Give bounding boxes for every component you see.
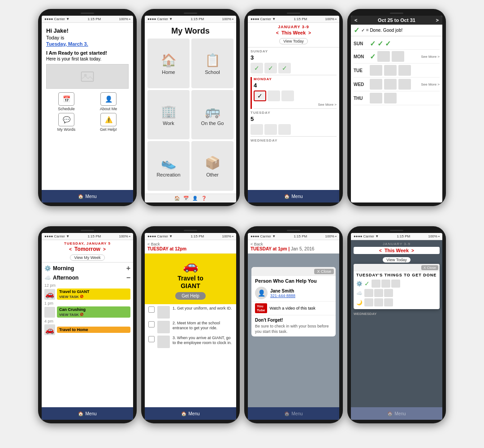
p6-checkbox-1[interactable] <box>148 306 155 313</box>
p4-sun-check3[interactable]: ✓ <box>385 39 391 48</box>
p8-wed-lbl: WEDNESDAY <box>354 312 367 316</box>
p3-check-sun-3[interactable]: ✓ <box>278 63 291 73</box>
p5-task-yellow-box[interactable]: Travel to GIANT VIEW TASK ⊘ <box>57 289 130 300</box>
p3-check-sun-2[interactable]: ✓ <box>264 63 277 73</box>
p5-task-green-box[interactable]: Can Crushing VIEW TASK ⊘ <box>57 306 130 318</box>
p3-next-week[interactable]: > <box>308 30 311 35</box>
p4-prev-btn[interactable]: < <box>354 17 357 23</box>
p7-bottom-menu[interactable]: 🏠 Menu <box>248 407 339 420</box>
p3-days-scroll: SUNDAY 3 ✓ ✓ ✓ MONDAY 4 ✓ <box>248 47 339 190</box>
p8-modal-check-1[interactable]: ✓ <box>364 280 370 287</box>
p5-home-icon: 🏠 <box>78 411 83 416</box>
p7-person-phone[interactable]: 321-444-8888 <box>270 293 295 298</box>
p7-dontforget-section: Don't Forget! Be sure to check in with y… <box>251 315 336 336</box>
p2-cell-work[interactable]: 🏢 Work <box>147 90 190 140</box>
p4-sun-check2[interactable]: ✓ <box>377 39 383 48</box>
p7-carrier: ●●●● Carrier ▼ <box>251 234 276 238</box>
p6-car-icon: 🚗 <box>183 258 199 273</box>
p8-modal-img-3 <box>391 280 400 288</box>
p5-task-img-home: 🚗 <box>44 324 55 335</box>
p6-menu-label: Menu <box>188 411 199 416</box>
p7-back-btn[interactable]: < Back <box>251 242 337 246</box>
p3-check-tue-3[interactable] <box>278 124 291 135</box>
p8-home-icon: 🏠 <box>387 411 393 416</box>
p5-gear-icon: ⚙️ <box>44 265 51 271</box>
p7-date: Jan 5, 2016 <box>291 246 314 251</box>
p1-schedule[interactable]: 📅 Schedule <box>46 92 86 111</box>
p2-cell-home[interactable]: 🏠 Home <box>147 39 190 88</box>
p1-my-words[interactable]: 💬 My Words <box>46 113 86 132</box>
p8-modal-row-2: ☁️ <box>356 289 437 297</box>
p3-prev-week[interactable]: < <box>276 30 279 35</box>
p1-about-me[interactable]: 👤 About Me <box>88 92 129 111</box>
p5-bottom-menu[interactable]: 🏠 Menu <box>42 407 133 420</box>
p5-view-week-btn[interactable]: View My Week <box>70 254 104 261</box>
p4-sun-row: SUN ✓ ✓ ✓ <box>354 38 440 50</box>
p8-modal-moon-icon: 🌙 <box>356 300 363 306</box>
p2-battery: 100% ▪ <box>222 17 233 21</box>
p3-check-mon-3[interactable] <box>281 90 294 101</box>
p8-mini-modal: X Close TUESDAY'S THINGS TO GET DONE ⚙️ … <box>354 264 440 309</box>
p5-task-orange-box[interactable]: Travel to Home <box>57 327 130 333</box>
p3-tuesday-checks <box>251 124 337 135</box>
p5-view-task-crushing[interactable]: VIEW TASK ⊘ <box>59 312 128 317</box>
onthego-icon: 🚌 <box>205 104 220 119</box>
p5-view-task-giant[interactable]: VIEW TASK ⊘ <box>59 294 128 299</box>
p2-cell-other-label: Other <box>206 172 219 177</box>
p7-yt-text[interactable]: Watch a video of this task <box>270 306 315 310</box>
p5-task-giant: 🚗 Travel to GIANT VIEW TASK ⊘ <box>44 289 130 300</box>
p2-cell-recreation-label: Recreation <box>156 172 180 177</box>
p2-cell-school[interactable]: 📋 School <box>191 39 233 88</box>
image-placeholder-icon <box>81 70 94 83</box>
p8-next-week[interactable]: > <box>411 248 414 253</box>
p8-mini-close-btn[interactable]: X Close <box>421 265 438 270</box>
p8-bottom-menu[interactable]: 🏠 Menu <box>351 407 442 420</box>
p6-checkbox-2[interactable] <box>148 321 155 327</box>
p6-back-btn[interactable]: < Back <box>147 242 233 246</box>
p3-monday-see-more[interactable]: See More > <box>254 103 337 107</box>
p7-close-btn[interactable]: X Close <box>314 269 334 274</box>
p4-mon-check1[interactable]: ✓ <box>370 52 376 61</box>
p2-cell-other[interactable]: 📦 Other <box>191 141 233 191</box>
p4-tue-row: TUE <box>354 64 440 78</box>
p5-morning-add[interactable]: + <box>126 264 130 272</box>
p3-bottom-menu[interactable]: 🏠 Menu <box>248 190 339 202</box>
p3-check-mon-1[interactable]: ✓ <box>254 90 266 101</box>
p8-modal-img-2 <box>381 280 390 288</box>
p1-bottom-menu[interactable]: 🏠 Menu <box>42 190 133 202</box>
p5-morning-label: Morning <box>53 265 74 271</box>
p6-checkbox-3[interactable] <box>148 336 155 342</box>
p8-time: 1:15 PM <box>397 234 410 238</box>
p5-afternoon-remove[interactable]: − <box>126 274 130 282</box>
p5-prev-day[interactable]: < <box>69 247 72 252</box>
p8-rows-and-modal: SUN MON ✓ X Close <box>354 264 440 316</box>
p2-cell-recreation[interactable]: 👟 Recreation <box>147 141 190 191</box>
p8-carrier: ●●●● Carrier ▼ <box>354 234 379 238</box>
p7-youtube-icon: YouTube <box>255 303 267 313</box>
p6-bottom-menu[interactable]: 🏠 Menu <box>145 407 236 420</box>
p4-sun-check1[interactable]: ✓ <box>370 39 376 48</box>
p1-get-help[interactable]: ⚠️ Get Help! <box>88 113 129 132</box>
p3-check-tue-1[interactable] <box>251 124 263 135</box>
p6-help-btn[interactable]: Get Help <box>175 292 205 300</box>
p5-afternoon-label: Afternoon <box>53 275 78 281</box>
p4-tue-img3 <box>398 65 411 76</box>
p6-task-title: Travel toGIANT <box>177 275 203 290</box>
phone-2: ●●●● Carrier ▼ 1:15 PM 100% ▪ My Words 🏠… <box>141 9 240 206</box>
p3-header: JANUARY 3-9 < This Week > View Today <box>248 23 339 47</box>
p7-dontforget-text: Be sure to check in with your boss befor… <box>255 324 332 334</box>
p3-view-today-btn[interactable]: View Today <box>279 38 308 44</box>
p4-wed-see-more[interactable]: See More > <box>413 82 440 86</box>
phone-4: < Oct 25 to Oct 31 > ✓ ✓ = Done. Good jo… <box>347 9 446 206</box>
p2-cell-onthego[interactable]: 🚌 On the Go <box>191 90 233 140</box>
p3-check-sun-1[interactable]: ✓ <box>251 63 263 73</box>
p3-check-tue-2[interactable] <box>264 124 277 135</box>
p4-mon-see-more[interactable]: See More > <box>406 55 440 59</box>
p7-tuesday-label: TUESDAY at 1pm | Jan 5, 2016 <box>251 246 337 251</box>
p8-view-today-btn[interactable]: View Today <box>383 257 411 263</box>
p3-check-mon-2[interactable] <box>268 90 280 101</box>
p2-word-grid: 🏠 Home 📋 School 🏢 Work 🚌 On the Go 👟 <box>145 39 236 194</box>
p5-next-day[interactable]: > <box>103 247 106 252</box>
p8-prev-week[interactable]: < <box>379 248 382 253</box>
p4-next-btn[interactable]: > <box>436 17 439 23</box>
